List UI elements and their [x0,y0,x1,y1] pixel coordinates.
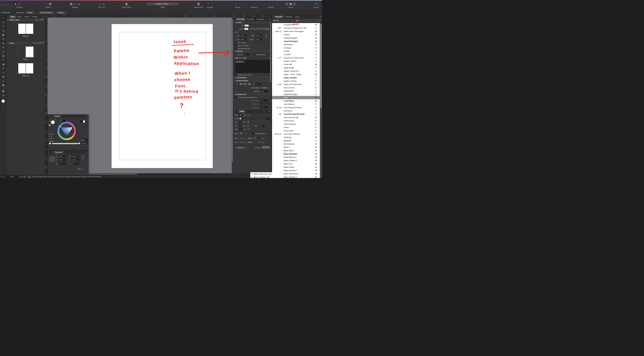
round-cap-button[interactable]: ⊃ [238,121,242,123]
chevron-down-icon[interactable]: ∨ [8,19,9,21]
tool-button[interactable]: ↖ [1,16,6,20]
no-colour-icon[interactable] [49,124,51,126]
align-centre-stroke-button[interactable]: ⌐ [239,128,242,131]
font-list-item[interactable]: Apple Chancery ♡ [272,69,322,73]
settings-button[interactable]: Settings… [56,11,66,14]
swap-colours-icon[interactable]: ⇄ [3,103,4,105]
snapping-icon[interactable]: Ω [206,2,210,6]
start-position-field[interactable]: 0 pt [261,99,268,102]
stroke-swatch[interactable] [244,28,248,30]
checkbox-row[interactable]: ✓Hide Overflow [233,41,271,44]
edit-pencil-icon[interactable]: ✎ [269,57,270,59]
font-family-row[interactable]: ▶Baloo Tammudu 2 (5) [250,172,284,176]
panel-drag-handle[interactable]: ‖ [233,19,236,20]
shear-field[interactable]: 0 °⌄ [72,162,79,165]
close-icon[interactable]: ⊗ [48,115,51,117]
font-list-item[interactable]: Baloo Tamma 2 ♡ [272,169,322,172]
arrow-outside-button[interactable]: ↦ [261,137,264,140]
trash-icon[interactable] [42,19,44,21]
eyedropper-icon[interactable]: ✐ [60,119,61,122]
master-page-item[interactable]: Master A [7,22,44,38]
fill-colour-swatch[interactable] [2,99,5,103]
panel-menu-icon[interactable]: ≡ [320,16,321,18]
align-bottom-button[interactable] [244,83,247,85]
persona-icon[interactable]: ◔ [22,2,25,6]
mitre-field[interactable]: 1.5 [259,125,265,127]
anchor-point-selector[interactable] [50,157,54,161]
gear-icon[interactable]: ⚙ [48,2,52,6]
dashed-stroke-button[interactable]: ╌ [247,114,250,116]
preview-mode-icon[interactable]: ◉ [125,2,128,6]
insertion-icon[interactable]: ◐ [293,2,296,6]
link-dimensions-icon[interactable] [82,156,84,159]
font-list-item[interactable]: Aeroko ♡ [272,33,322,36]
bevel-join-button[interactable]: ◺ [242,124,246,127]
bookmark-icon[interactable]: ⚑ [33,42,35,44]
window-controls[interactable] [2,4,8,6]
transform-icon[interactable]: ↱ [275,2,278,6]
reset-ends-button[interactable]: ↺ [262,141,265,143]
first-page-icon[interactable]: ◂◂ [1,176,2,177]
tab-paragraph[interactable]: Paragraph [284,15,294,18]
alignment-icon[interactable]: ≡ [252,2,256,6]
fill-stroke-selector[interactable] [1,98,6,103]
columns-section-header[interactable]: ∨Columns [233,50,271,53]
wrap-icon[interactable]: ▥ [73,2,77,6]
link-insets-icon[interactable] [265,34,266,37]
font-collection-dropdown[interactable]: All Fonts⌃⌄ [272,19,294,22]
stroke-behind-button[interactable] [240,132,243,135]
w-field[interactable]: 0 mm [72,155,79,158]
font-list-item[interactable]: LET Academy Engraved LET ♡ [272,26,322,30]
duplicate-page-icon[interactable] [39,42,40,44]
duplicate-icon[interactable] [39,19,40,21]
tab-stock[interactable]: Stock [16,15,23,18]
panel-drag-handle[interactable]: ‖ [272,16,274,18]
text-frame[interactable] [119,32,206,160]
font-list-popup[interactable]: Academico ♡ LET Academy Engraved LET ♡ g… [272,23,322,178]
minimise-window-icon[interactable] [4,4,6,6]
font-list-item[interactable]: Al Tarikh ♡ [272,53,322,56]
font-list-item[interactable]: Baloo 2 ♡ [272,146,322,149]
font-list-item[interactable]: Apple Symbols ♡ [272,86,322,89]
font-list-item[interactable]: Apple Color Emoji ♡ [272,73,322,76]
butt-cap-button[interactable]: ⊐ [242,121,246,123]
close-window-icon[interactable] [2,4,3,6]
font-list-item[interactable]: Baloo Bhaina 2 ♡ [272,156,322,159]
font-list-item[interactable]: AkayaKanadaka ♡ [272,36,322,40]
end-style-dropdown[interactable]: ⌃⌄ [240,141,246,143]
tab-layers[interactable]: Layers [294,15,301,18]
fill-swatch-circle[interactable] [51,120,55,124]
arrange-icon[interactable]: ❒ [242,2,245,6]
font-list-item[interactable]: Al Bayan ♡ [272,46,322,50]
font-list-scrollbar[interactable] [320,23,322,178]
transform-origin-button[interactable]: ◱ [77,167,81,170]
font-list-item[interactable]: Baloo Bhaijaan ♡ [272,152,322,156]
tab-text-frame[interactable]: Text Frame [236,18,246,21]
font-list-item[interactable]: o (9) Apple SD Gothic Neo ♡ [272,83,322,86]
tool-button[interactable]: ⊿ [1,79,6,83]
font-list-item[interactable]: old Arial Rounded MT Bold ♡ [272,113,322,116]
relative-to-dropdown[interactable]: Top of Frame⌃⌄ [260,103,270,105]
round-join-button[interactable]: ◟ [238,124,242,127]
preserve-width-checkbox[interactable]: ✓ [254,54,255,56]
arrange-icon[interactable]: ❑ [238,2,242,6]
general-section-header[interactable]: ∨General [233,21,271,24]
tool-button[interactable]: ▢ [1,50,6,54]
stroke-in-front-button[interactable] [244,132,247,135]
column-rules-header[interactable]: ❯Column Rules [233,76,271,79]
font-list-item[interactable]: AppleGothic ♡ [272,89,322,93]
insertion-icon[interactable]: ◑ [285,2,288,6]
picked-colour-swatch[interactable] [63,119,65,122]
panel-menu-icon[interactable]: ≡ [269,18,270,20]
pages-view-icon[interactable]: ▤ [24,176,25,177]
wrap-icon[interactable]: ▦ [77,2,80,6]
tool-button[interactable]: ▷ [1,21,6,24]
scale-with-object-checkbox[interactable] [252,133,254,135]
font-list-item[interactable]: Arial ♡ [272,96,322,99]
add-page-icon[interactable]: ⊞ [36,42,38,44]
font-list-item[interactable]: Arima Madurai ♡ [272,122,322,126]
swap-colours-icon[interactable]: ↻ [54,119,56,120]
tool-button[interactable]: ⊘ [1,46,6,49]
page-1-item[interactable]: Page 1 [7,45,44,61]
tab-typography[interactable]: Typography [255,18,266,21]
